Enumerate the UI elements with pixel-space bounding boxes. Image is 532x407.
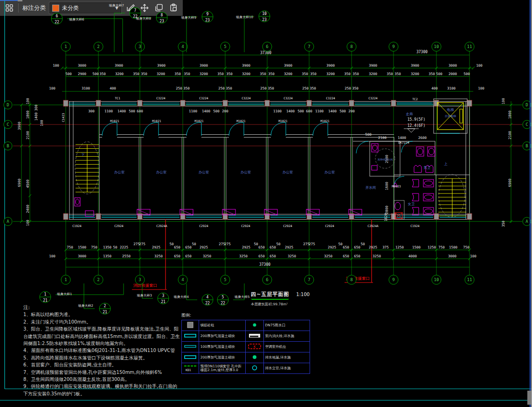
dimension-text: 2925 (200, 245, 208, 249)
grid-bubble-number: 8 (350, 44, 352, 49)
dimension-text: 3900 (284, 63, 293, 68)
detail-number: 5 (222, 295, 224, 299)
floor-drain-symbol (245, 352, 263, 363)
dimension-text: 350 (428, 72, 435, 76)
component-tag: DK7224 (398, 141, 409, 145)
wall100-symbol (182, 342, 199, 352)
sheet-number: 21 (43, 298, 48, 303)
note-line: 3、阳台、卫生间降板区域找坡平面,降板厚度详见降板填充做法,卫生间、阳台建筑完成… (23, 325, 181, 347)
component-tag: M0923 (392, 185, 401, 188)
elevation-text: 12.4(6F) (408, 124, 426, 128)
dimension-text: 350 (174, 72, 181, 76)
stall-door (412, 179, 419, 187)
dimension-text: 250 (345, 86, 351, 90)
dimension-text: 50 (254, 242, 258, 246)
overall-dimension-text: 37300 (260, 51, 271, 55)
scrollbar-thumb[interactable] (527, 391, 531, 405)
dimension-text: 350 (217, 72, 224, 76)
dimension-text: 350 (226, 72, 233, 76)
dimension-text: 400 (110, 86, 116, 90)
legend-row: 钢筋砼柱 DN75雨水口 (182, 320, 310, 331)
dimension-text: 650 (343, 254, 349, 258)
dimension-text: 350 (260, 72, 266, 76)
legend-text: 钢筋砼柱 (199, 320, 245, 331)
component-tag: C1423 (62, 113, 65, 122)
dimension-text: 350 (302, 72, 308, 76)
column (467, 214, 472, 220)
dimension-text: 500 (436, 72, 442, 76)
callout-leader (187, 17, 197, 52)
dimension-text: 3900 (17, 121, 21, 130)
stall-door (412, 207, 419, 215)
svg-text:K: K (253, 345, 256, 349)
grid-bubble-letter: C (7, 122, 9, 127)
dimension-text: 650 (354, 245, 360, 249)
dimension-text: 50 (276, 242, 281, 246)
dimension-text: 350 (99, 72, 106, 76)
grid-bubble-number: 1 (64, 44, 67, 49)
grid-bubble-number: 9 (392, 277, 394, 282)
dimension-text: 50 (169, 242, 174, 246)
room-label: 开水间 (366, 186, 376, 190)
detail-callout-label: 墙身大样3 (137, 294, 152, 297)
drawing-title: 四~五层平面图 (251, 291, 289, 299)
component-tag: M1021 (236, 119, 246, 123)
detail-callout-label: 墙身大样4 (173, 295, 189, 299)
dimension-text: 1100 (189, 109, 198, 113)
elevator-counterweight (460, 109, 463, 123)
column (434, 214, 439, 220)
legend-text: DN75雨水口 (263, 320, 310, 331)
dimension-text: 50 (360, 242, 365, 246)
general-notes: 注: 1、标高以结构图为准。 2、未注门垛尺寸均为100mm。 3、阳台、卫生间… (23, 304, 181, 397)
detail-number: 8 (161, 13, 163, 17)
dimension-text: 3200 (200, 72, 208, 76)
dimension-text: 1500 (449, 245, 458, 249)
dimension-text: 50 (113, 245, 117, 249)
dimension-text: 250 (260, 86, 267, 90)
note-line: 5、高跨向低跨屋面排水在水落管口下设钢筋混凝土水簸箕。 (23, 354, 181, 361)
column-symbol (182, 320, 199, 331)
dimension-text: 100 (478, 86, 484, 90)
column (265, 100, 269, 106)
component-tag: C1924 (410, 224, 420, 228)
column (265, 214, 269, 220)
dimension-text: 750 (91, 245, 97, 249)
column (467, 100, 472, 106)
dimension-text: 3900 (157, 63, 166, 68)
wall200b-symbol (182, 352, 199, 363)
dimension-text: 1400 (286, 109, 295, 113)
dimension-text: 1800 (508, 110, 512, 119)
dimension-text: 300 (88, 109, 95, 113)
grid-bubble-number: 11 (467, 44, 472, 49)
rain-drain-symbol (245, 320, 263, 331)
callout-leader (114, 13, 125, 52)
dimension-text: 250 (218, 86, 225, 90)
window-edge-right (530, 0, 531, 407)
dimension-text: 2400 (26, 204, 30, 213)
dimension-text: 3000 (78, 63, 87, 68)
dimension-text: 275 (139, 242, 145, 246)
note-line: 4、屋面所有雨水口均详标准图集06J201-31-1,雨水管为DN110 UPV… (23, 347, 181, 354)
grid-bubble-number: 11 (467, 277, 472, 282)
component-tag: M1021 (278, 119, 288, 123)
grid-bubble-number: 3 (138, 44, 141, 49)
note-line: 8、卫生间四周须做200高混凝土反坎,首层300高。 (23, 376, 181, 383)
dimension-text: 350 (352, 72, 359, 76)
dimension-text: 2600 (418, 136, 427, 140)
grid-bubble-number: 2 (97, 44, 99, 49)
notes-title: 注: (23, 304, 181, 311)
svg-text:KD1: KD1 (186, 368, 191, 372)
dimension-text: 2925 (152, 245, 160, 249)
dimension-text: 250 (176, 86, 182, 90)
legend-text: 排水地漏,详水施 (263, 352, 310, 363)
component-tag: M1021 (320, 119, 330, 123)
sheet-number: 22 (55, 20, 59, 24)
column (223, 214, 228, 220)
dimension-text: 1100 (315, 109, 324, 113)
dimension-text: 750 (438, 245, 445, 249)
column (138, 214, 142, 220)
detail-number: 7 (134, 8, 137, 13)
grid-bubble-number: 10 (434, 277, 439, 282)
dimension-text: 2900 (78, 72, 87, 76)
dimension-text: 1020 (384, 213, 388, 221)
